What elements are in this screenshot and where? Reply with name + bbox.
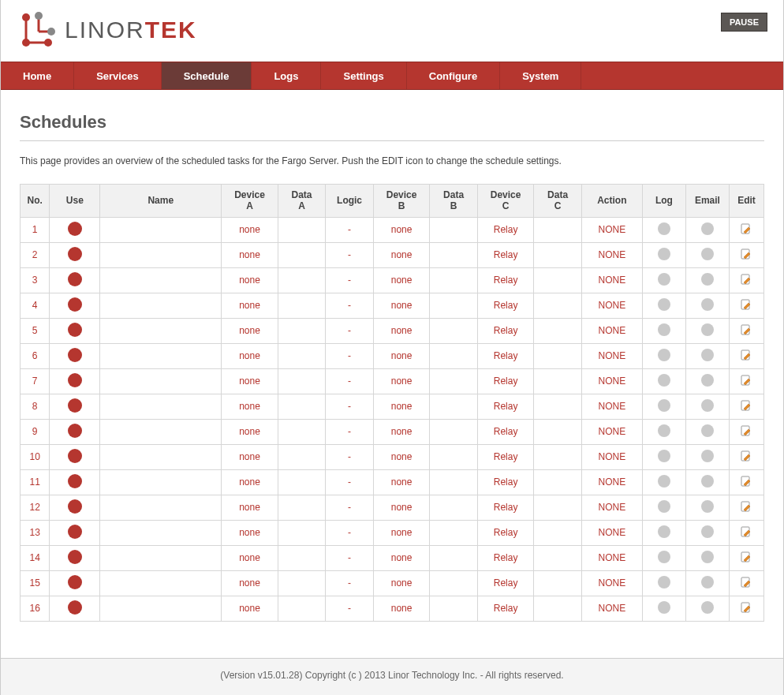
nav-item-configure[interactable]: Configure [407, 62, 500, 89]
edit-icon[interactable] [741, 425, 752, 436]
cell-logic: - [326, 469, 374, 495]
logo: LINORTEK [17, 8, 767, 51]
nav-item-schedule[interactable]: Schedule [162, 62, 252, 89]
cell-use [50, 520, 100, 545]
cell-data-c [534, 596, 582, 621]
log-status-icon [658, 298, 670, 311]
cell-data-a [278, 242, 326, 267]
log-status-icon [658, 525, 670, 538]
cell-device-a: none [222, 469, 278, 495]
table-row: 11none-noneRelayNONE [21, 469, 764, 495]
cell-device-a: none [222, 368, 278, 394]
email-status-icon [701, 475, 714, 488]
email-status-icon [701, 551, 714, 563]
use-status-icon [68, 323, 82, 337]
cell-email [685, 596, 729, 621]
cell-name [100, 570, 222, 596]
edit-icon[interactable] [741, 551, 752, 562]
cell-name [100, 596, 222, 621]
edit-icon[interactable] [741, 274, 752, 285]
cell-no: 15 [21, 570, 50, 596]
pause-button[interactable]: PAUSE [721, 13, 767, 32]
email-status-icon [701, 374, 714, 387]
table-row: 8none-noneRelayNONE [21, 394, 764, 419]
use-status-icon [68, 474, 82, 488]
cell-data-c [534, 419, 582, 444]
th-edit: Edit [729, 185, 763, 218]
email-status-icon [701, 450, 714, 462]
cell-log [642, 318, 685, 343]
nav-item-logs[interactable]: Logs [252, 62, 321, 89]
cell-device-a: none [222, 242, 278, 267]
cell-log [642, 242, 685, 267]
cell-device-a: none [222, 596, 278, 621]
cell-no: 6 [21, 343, 50, 368]
cell-data-b [430, 242, 478, 267]
email-status-icon [701, 298, 714, 311]
log-status-icon [658, 576, 670, 589]
cell-logic: - [326, 394, 374, 419]
cell-data-b [430, 267, 478, 293]
edit-icon[interactable] [741, 223, 752, 234]
log-status-icon [658, 349, 670, 361]
cell-name [100, 444, 222, 469]
divider [20, 140, 764, 141]
cell-name [100, 242, 222, 267]
edit-icon[interactable] [741, 602, 752, 613]
edit-icon[interactable] [741, 526, 752, 537]
cell-logic: - [326, 495, 374, 520]
nav-item-system[interactable]: System [500, 62, 581, 89]
cell-data-b [430, 596, 478, 621]
edit-icon[interactable] [741, 476, 752, 487]
email-status-icon [701, 248, 714, 260]
cell-use [50, 596, 100, 621]
email-status-icon [701, 273, 714, 286]
cell-edit [729, 419, 763, 444]
edit-icon[interactable] [741, 324, 752, 335]
cell-log [642, 520, 685, 545]
cell-data-a [278, 570, 326, 596]
cell-data-b [430, 419, 478, 444]
cell-logic: - [326, 293, 374, 318]
cell-device-b: none [373, 444, 430, 469]
edit-icon[interactable] [741, 450, 752, 461]
nav-item-services[interactable]: Services [74, 62, 162, 89]
cell-data-a [278, 293, 326, 318]
cell-device-a: none [222, 217, 278, 242]
email-status-icon [701, 601, 714, 614]
th-device-c: DeviceC [477, 185, 534, 218]
edit-icon[interactable] [741, 349, 752, 361]
email-status-icon [701, 424, 714, 437]
email-status-icon [701, 222, 714, 235]
cell-device-b: none [373, 596, 430, 621]
edit-icon[interactable] [741, 248, 752, 260]
cell-data-c [534, 570, 582, 596]
cell-device-c: Relay [477, 217, 534, 242]
nav-item-settings[interactable]: Settings [321, 62, 406, 89]
cell-use [50, 495, 100, 520]
cell-log [642, 368, 685, 394]
cell-logic: - [326, 368, 374, 394]
cell-data-a [278, 444, 326, 469]
cell-use [50, 343, 100, 368]
edit-icon[interactable] [741, 400, 752, 411]
cell-edit [729, 293, 763, 318]
cell-data-b [430, 394, 478, 419]
cell-logic: - [326, 444, 374, 469]
edit-icon[interactable] [741, 501, 752, 512]
cell-action: NONE [581, 520, 642, 545]
cell-use [50, 267, 100, 293]
cell-log [642, 469, 685, 495]
cell-edit [729, 469, 763, 495]
cell-action: NONE [581, 495, 642, 520]
edit-icon[interactable] [741, 375, 752, 386]
cell-device-b: none [373, 394, 430, 419]
edit-icon[interactable] [741, 299, 752, 310]
cell-use [50, 217, 100, 242]
nav-item-home[interactable]: Home [1, 62, 74, 89]
table-row: 12none-noneRelayNONE [21, 495, 764, 520]
edit-icon[interactable] [741, 577, 752, 588]
cell-no: 10 [21, 444, 50, 469]
cell-log [642, 343, 685, 368]
cell-device-a: none [222, 545, 278, 570]
